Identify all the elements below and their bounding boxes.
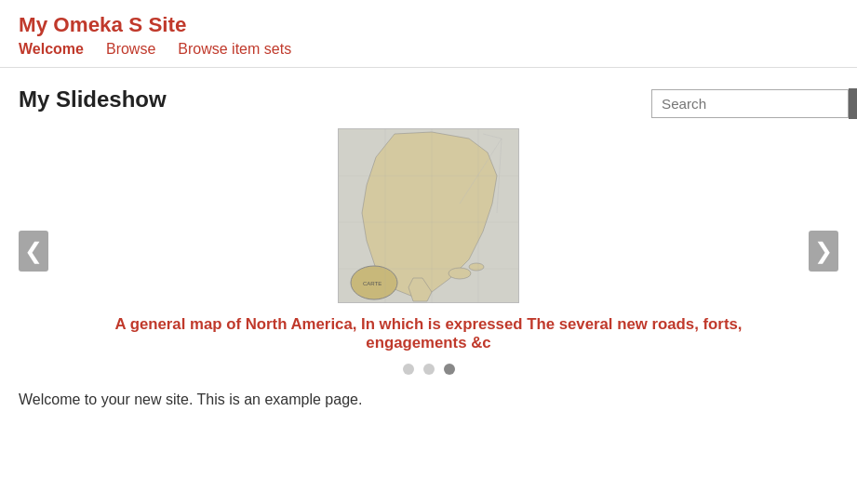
dot-3[interactable] bbox=[444, 364, 455, 375]
svg-point-6 bbox=[449, 268, 471, 279]
slide-dots bbox=[403, 364, 455, 375]
svg-point-7 bbox=[469, 263, 484, 271]
slide-image-wrapper: CARTE bbox=[336, 127, 522, 304]
next-arrow-button[interactable]: ❯ bbox=[809, 231, 838, 272]
svg-text:CARTE: CARTE bbox=[363, 281, 382, 286]
slide-image: CARTE bbox=[338, 128, 519, 303]
prev-arrow-icon: ❮ bbox=[24, 238, 43, 264]
welcome-text: Welcome to your new site. This is an exa… bbox=[19, 391, 838, 408]
main-nav: Welcome Browse Browse item sets bbox=[0, 41, 857, 68]
next-arrow-icon: ❯ bbox=[814, 238, 833, 264]
nav-browse[interactable]: Browse bbox=[106, 41, 155, 58]
map-svg: CARTE bbox=[339, 129, 519, 303]
dot-1[interactable] bbox=[403, 364, 414, 375]
prev-arrow-button[interactable]: ❮ bbox=[19, 231, 48, 272]
site-title[interactable]: My Omeka S Site bbox=[0, 0, 857, 41]
slide-area: CARTE A general map of N bbox=[19, 127, 838, 375]
slide-caption: A general map of North America, In which… bbox=[103, 315, 755, 352]
slideshow: ❮ bbox=[19, 127, 838, 375]
dot-2[interactable] bbox=[423, 364, 435, 375]
nav-welcome[interactable]: Welcome bbox=[19, 41, 84, 58]
main-content: My Slideshow ❮ bbox=[0, 68, 857, 418]
page-title: My Slideshow bbox=[19, 86, 838, 113]
nav-browse-item-sets[interactable]: Browse item sets bbox=[178, 41, 291, 58]
